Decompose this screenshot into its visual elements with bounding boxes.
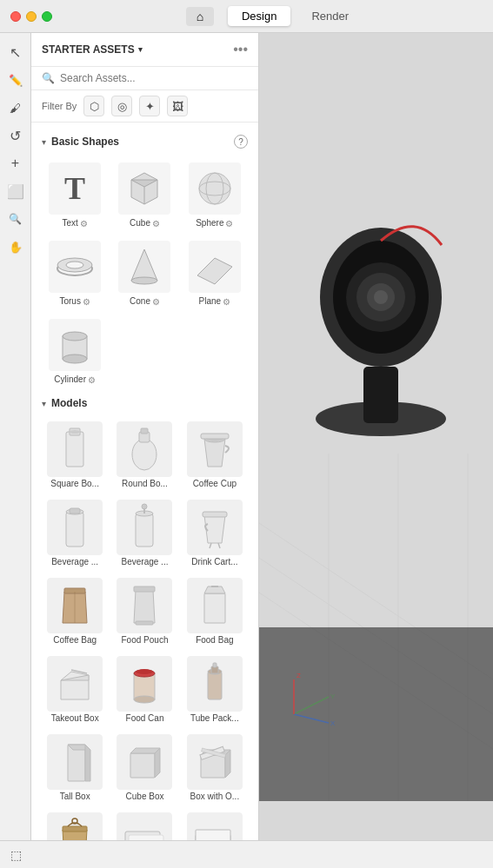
filter-wireframe-button[interactable]: ◎ [111, 96, 132, 116]
asset-takeout-box[interactable]: Takeout Box [42, 653, 108, 727]
asset-cone-thumb [117, 239, 172, 295]
asset-sphere[interactable]: Sphere ⚙ [182, 157, 248, 232]
svg-point-13 [66, 262, 83, 268]
asset-business-card[interactable]: Business C... [111, 809, 177, 840]
asset-square-bottle[interactable]: Square Bo... [42, 418, 108, 493]
tab-design[interactable]: Design [228, 6, 290, 26]
asset-cone-label: Cone [130, 296, 150, 307]
filter-3d-button[interactable]: ⬡ [83, 96, 104, 116]
asset-round-bottle-label: Round Bo... [122, 479, 168, 489]
basic-shapes-section-header[interactable]: ▾ Basic Shapes ? [31, 129, 258, 154]
asset-coffee-cup-label: Coffee Cup [193, 479, 237, 489]
asset-text-label: Text [62, 218, 77, 229]
svg-point-16 [131, 277, 157, 284]
svg-rect-105 [196, 830, 230, 840]
minimize-button[interactable] [26, 11, 37, 22]
chevron-down-icon: ▾ [138, 45, 143, 54]
asset-square-bottle-label: Square Bo... [50, 479, 99, 489]
tab-render[interactable]: Render [297, 6, 363, 26]
asset-tied-string[interactable]: Tied String... [42, 809, 108, 840]
svg-point-21 [63, 332, 87, 341]
asset-beverage2[interactable]: Beverage ... [111, 496, 177, 571]
asset-round-bottle[interactable]: Round Bo... [111, 418, 177, 493]
asset-coffee-cup[interactable]: Coffee Cup [182, 418, 248, 493]
rotate-icon[interactable]: ↺ [3, 123, 28, 148]
asset-text[interactable]: T Text ⚙ [42, 157, 108, 232]
asset-tube-pack[interactable]: Tube Pack... [182, 653, 248, 727]
titlebar: ⌂ Design Render [0, 0, 493, 33]
asset-cylinder-label: Cylinder [54, 374, 86, 385]
asset-torus[interactable]: Torus ⚙ [42, 235, 108, 310]
svg-text:X: X [330, 719, 336, 727]
fullscreen-button[interactable] [42, 11, 52, 22]
asset-food-can[interactable]: Food Can [111, 653, 177, 727]
hand-icon[interactable]: ✋ [3, 235, 28, 259]
asset-sphere-thumb [187, 161, 243, 216]
filter-label: Filter By [42, 101, 77, 111]
settings-icon: ⚙ [152, 219, 160, 229]
assets-more-button[interactable]: ••• [233, 42, 248, 57]
asset-coffee-bag[interactable]: Coffee Bag [42, 574, 108, 649]
asset-food-pouch-label: Food Pouch [122, 635, 169, 646]
layers-icon[interactable]: ⬜ [3, 179, 28, 203]
settings-icon: ⚙ [152, 297, 160, 307]
basic-shapes-title: Basic Shapes [51, 136, 119, 148]
asset-torus-label: Torus [59, 296, 80, 307]
asset-cone[interactable]: Cone ⚙ [111, 235, 177, 310]
bottom-bar: ⬚ [0, 840, 493, 868]
canvas-scene: Y X Z [259, 33, 493, 840]
asset-cylinder-thumb [47, 317, 103, 373]
paint-icon[interactable]: 🖌 [3, 96, 28, 120]
asset-food-bag[interactable]: Food Bag [182, 574, 248, 649]
svg-rect-24 [66, 432, 83, 467]
asset-beverage1[interactable]: Beverage ... [42, 496, 108, 571]
svg-point-44 [142, 504, 147, 509]
asset-takeout-box-label: Takeout Box [51, 713, 99, 724]
svg-rect-30 [141, 428, 148, 434]
home-tab[interactable]: ⌂ [186, 7, 214, 26]
cursor-icon[interactable]: ↖ [3, 40, 28, 64]
asset-food-pouch[interactable]: Food Pouch [111, 574, 177, 649]
asset-plane-thumb [187, 239, 243, 295]
models-title: Models [51, 397, 87, 409]
asset-beverage2-label: Beverage ... [122, 557, 169, 567]
svg-marker-55 [134, 590, 155, 623]
asset-drink-cart[interactable]: Drink Cart... [182, 496, 248, 571]
asset-cube-thumb [117, 161, 172, 216]
asset-plane[interactable]: Plane ⚙ [182, 235, 248, 310]
svg-rect-76 [213, 663, 217, 667]
svg-rect-57 [136, 621, 153, 625]
filter-image-button[interactable]: 🖼 [167, 96, 188, 116]
add-icon[interactable]: + [3, 151, 28, 176]
settings-icon: ⚙ [80, 219, 88, 229]
svg-text:Z: Z [296, 672, 301, 679]
asset-coffee-bag-label: Coffee Bag [53, 635, 97, 646]
search-input[interactable] [60, 72, 248, 84]
filter-light-button[interactable]: ✦ [139, 96, 160, 116]
svg-point-28 [132, 439, 157, 470]
asset-cylinder[interactable]: Cylinder ⚙ [42, 314, 108, 388]
svg-point-71 [136, 669, 153, 674]
models-section-header[interactable]: ▾ Models [31, 392, 258, 414]
assets-header: STARTER ASSETS ▾ ••• [31, 33, 258, 67]
pen-icon[interactable]: ✏️ [3, 68, 28, 92]
traffic-lights [10, 11, 52, 22]
layer-icon[interactable]: ⬚ [10, 848, 22, 862]
svg-rect-41 [136, 514, 153, 547]
settings-icon: ⚙ [223, 297, 230, 307]
svg-rect-37 [66, 512, 83, 547]
canvas-area: 3936 x 2624 px [259, 33, 493, 840]
asset-cube-box[interactable]: Cube Box [111, 731, 177, 805]
search-icon[interactable]: 🔍 [3, 207, 28, 231]
svg-rect-35 [201, 434, 229, 439]
asset-plane-label: Plane [199, 296, 222, 307]
asset-box-with-opening[interactable]: Box with O... [182, 731, 248, 805]
help-icon[interactable]: ? [234, 135, 248, 149]
search-bar: 🔍 [31, 67, 258, 90]
asset-cube[interactable]: Cube ⚙ [111, 157, 177, 232]
svg-point-69 [134, 696, 155, 703]
asset-tall-box[interactable]: Tall Box [42, 731, 108, 805]
asset-stack-of-cards[interactable]: Stack of Ca... [182, 809, 248, 840]
search-icon: 🔍 [42, 72, 55, 84]
close-button[interactable] [10, 11, 21, 22]
